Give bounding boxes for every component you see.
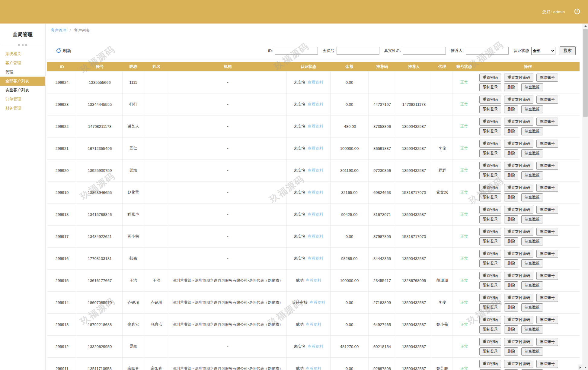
reset-pay-password-button[interactable]: 重置支付密码: [504, 206, 533, 214]
limit-login-button[interactable]: 限制登录: [479, 171, 501, 179]
power-icon[interactable]: [574, 8, 581, 15]
limit-login-button[interactable]: 限制登录: [479, 259, 501, 267]
delete-button[interactable]: 删除: [504, 259, 518, 267]
limit-login-button[interactable]: 限制登录: [479, 325, 501, 334]
delete-button[interactable]: 删除: [504, 281, 518, 289]
clear-data-button[interactable]: 清空数据: [521, 83, 543, 91]
reset-password-button[interactable]: 重置密码: [479, 184, 501, 192]
freeze-account-button[interactable]: 冻结账号: [536, 96, 558, 104]
reset-pay-password-button[interactable]: 重置支付密码: [504, 140, 533, 148]
freeze-account-button[interactable]: 冻结账号: [536, 162, 558, 170]
view-profile-link[interactable]: 查看资料: [308, 234, 323, 239]
sidebar-item-agent[interactable]: 代理: [0, 68, 45, 77]
reset-password-button[interactable]: 重置密码: [479, 360, 501, 368]
delete-button[interactable]: 删除: [504, 347, 518, 356]
view-profile-link[interactable]: 查看资料: [305, 278, 321, 283]
sidebar-item-customer-mgmt[interactable]: 客户管理: [0, 59, 45, 68]
view-profile-link[interactable]: 查看资料: [308, 102, 323, 106]
id-filter-input[interactable]: [275, 47, 318, 55]
view-profile-link[interactable]: 查看资料: [308, 168, 323, 172]
delete-button[interactable]: 删除: [504, 237, 518, 245]
reset-pay-password-button[interactable]: 重置支付密码: [504, 338, 533, 346]
clear-data-button[interactable]: 清空数据: [521, 237, 543, 245]
freeze-account-button[interactable]: 冻结账号: [536, 250, 558, 258]
reset-password-button[interactable]: 重置密码: [479, 316, 501, 324]
freeze-account-button[interactable]: 冻结账号: [536, 228, 558, 236]
reset-password-button[interactable]: 重置密码: [479, 206, 501, 214]
delete-button[interactable]: 删除: [504, 193, 518, 201]
limit-login-button[interactable]: 限制登录: [479, 149, 501, 157]
reset-pay-password-button[interactable]: 重置支付密码: [504, 96, 533, 104]
reset-password-button[interactable]: 重置密码: [479, 338, 501, 346]
freeze-account-button[interactable]: 冻结账号: [536, 206, 558, 214]
freeze-account-button[interactable]: 冻结账号: [536, 294, 558, 302]
reset-pay-password-button[interactable]: 重置支付密码: [504, 250, 533, 258]
clear-data-button[interactable]: 清空数据: [521, 303, 543, 311]
view-profile-link[interactable]: 查看资料: [308, 344, 323, 349]
clear-data-button[interactable]: 清空数据: [521, 215, 543, 223]
reset-password-button[interactable]: 重置密码: [479, 272, 501, 280]
sidebar-item-all-customers[interactable]: 全部客户列表: [0, 77, 45, 86]
limit-login-button[interactable]: 限制登录: [479, 303, 501, 311]
clear-data-button[interactable]: 清空数据: [521, 325, 543, 334]
delete-button[interactable]: 删除: [504, 171, 518, 179]
freeze-account-button[interactable]: 冻结账号: [536, 140, 558, 148]
clear-data-button[interactable]: 清空数据: [521, 193, 543, 201]
view-profile-link[interactable]: 查看资料: [309, 300, 325, 305]
freeze-account-button[interactable]: 冻结账号: [536, 338, 558, 346]
freeze-account-button[interactable]: 冻结账号: [536, 316, 558, 324]
view-profile-link[interactable]: 查看资料: [308, 80, 323, 84]
delete-button[interactable]: 删除: [504, 127, 518, 135]
realname-filter-input[interactable]: [403, 47, 446, 55]
reset-pay-password-button[interactable]: 重置支付密码: [504, 316, 533, 324]
freeze-account-button[interactable]: 冻结账号: [536, 360, 558, 368]
delete-button[interactable]: 删除: [504, 215, 518, 223]
delete-button[interactable]: 删除: [504, 83, 518, 91]
clear-data-button[interactable]: 清空数据: [521, 259, 543, 267]
reset-pay-password-button[interactable]: 重置支付密码: [504, 74, 533, 82]
limit-login-button[interactable]: 限制登录: [479, 347, 501, 356]
freeze-account-button[interactable]: 冻结账号: [536, 118, 558, 126]
sidebar-item-finance[interactable]: 财务管理: [0, 104, 45, 113]
reset-password-button[interactable]: 重置密码: [479, 162, 501, 170]
view-profile-link[interactable]: 查看资料: [305, 322, 321, 327]
auth-status-select[interactable]: 全部: [531, 47, 555, 55]
clear-data-button[interactable]: 清空数据: [521, 105, 543, 113]
member-filter-input[interactable]: [337, 47, 379, 55]
view-profile-link[interactable]: 查看资料: [308, 190, 323, 194]
reset-password-button[interactable]: 重置密码: [479, 294, 501, 302]
clear-data-button[interactable]: 清空数据: [521, 347, 543, 356]
reset-pay-password-button[interactable]: 重置支付密码: [504, 228, 533, 236]
limit-login-button[interactable]: 限制登录: [479, 127, 501, 135]
sidebar-item-real-customers[interactable]: 实盘客户列表: [0, 86, 45, 95]
view-profile-link[interactable]: 查看资料: [308, 256, 323, 261]
reset-pay-password-button[interactable]: 重置支付密码: [504, 272, 533, 280]
sidebar-item-system[interactable]: 系统相关: [0, 49, 45, 59]
reset-password-button[interactable]: 重置密码: [479, 140, 501, 148]
search-button[interactable]: 搜索: [560, 46, 576, 55]
limit-login-button[interactable]: 限制登录: [479, 105, 501, 113]
reset-pay-password-button[interactable]: 重置支付密码: [504, 184, 533, 192]
clear-data-button[interactable]: 清空数据: [521, 127, 543, 135]
clear-data-button[interactable]: 清空数据: [521, 149, 543, 157]
delete-button[interactable]: 删除: [504, 105, 518, 113]
limit-login-button[interactable]: 限制登录: [479, 215, 501, 223]
clear-data-button[interactable]: 清空数据: [521, 171, 543, 179]
view-profile-link[interactable]: 查看资料: [308, 124, 323, 128]
scrollbar-thumb[interactable]: [583, 29, 588, 117]
reset-password-button[interactable]: 重置密码: [479, 228, 501, 236]
reset-pay-password-button[interactable]: 重置支付密码: [504, 118, 533, 126]
freeze-account-button[interactable]: 冻结账号: [536, 74, 558, 82]
reset-password-button[interactable]: 重置密码: [479, 74, 501, 82]
limit-login-button[interactable]: 限制登录: [479, 237, 501, 245]
refresh-button[interactable]: 刷新: [56, 48, 71, 54]
reset-pay-password-button[interactable]: 重置支付密码: [504, 294, 533, 302]
scroll-down-button[interactable]: [583, 365, 588, 370]
sidebar-item-orders[interactable]: 订单管理: [0, 95, 45, 104]
reset-password-button[interactable]: 重置密码: [479, 250, 501, 258]
freeze-account-button[interactable]: 冻结账号: [536, 272, 558, 280]
clear-data-button[interactable]: 清空数据: [521, 281, 543, 289]
reset-pay-password-button[interactable]: 重置支付密码: [504, 162, 533, 170]
freeze-account-button[interactable]: 冻结账号: [536, 184, 558, 192]
reset-pay-password-button[interactable]: 重置支付密码: [504, 360, 533, 368]
